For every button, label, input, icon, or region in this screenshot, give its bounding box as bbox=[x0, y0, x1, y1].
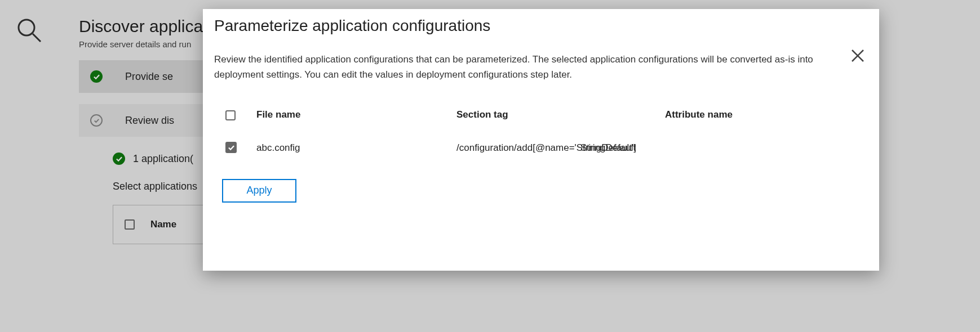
parameterize-modal: Parameterize application configurations … bbox=[203, 9, 879, 271]
cell-file-name: abc.config bbox=[256, 141, 456, 155]
config-table: File name Section tag Attribute name abc… bbox=[225, 109, 868, 155]
cell-attribute-name: StringDefault bbox=[580, 141, 750, 155]
col-attribute-name: Attribute name bbox=[665, 109, 834, 120]
cell-section-tag: /configuration/add[@name='StringDefault'… bbox=[456, 141, 580, 155]
close-icon bbox=[850, 48, 865, 63]
config-table-header: File name Section tag Attribute name bbox=[225, 109, 868, 120]
apply-button[interactable]: Apply bbox=[222, 179, 296, 203]
select-all-config-checkbox[interactable] bbox=[225, 110, 236, 120]
config-row-checkbox[interactable] bbox=[225, 142, 237, 153]
close-button[interactable] bbox=[850, 48, 865, 65]
modal-title: Parameterize application configurations bbox=[214, 17, 868, 35]
modal-description: Review the identified application config… bbox=[214, 52, 834, 82]
col-section-tag: Section tag bbox=[456, 109, 665, 120]
config-row: abc.config /configuration/add[@name='Str… bbox=[225, 141, 868, 155]
col-file-name: File name bbox=[256, 109, 456, 120]
